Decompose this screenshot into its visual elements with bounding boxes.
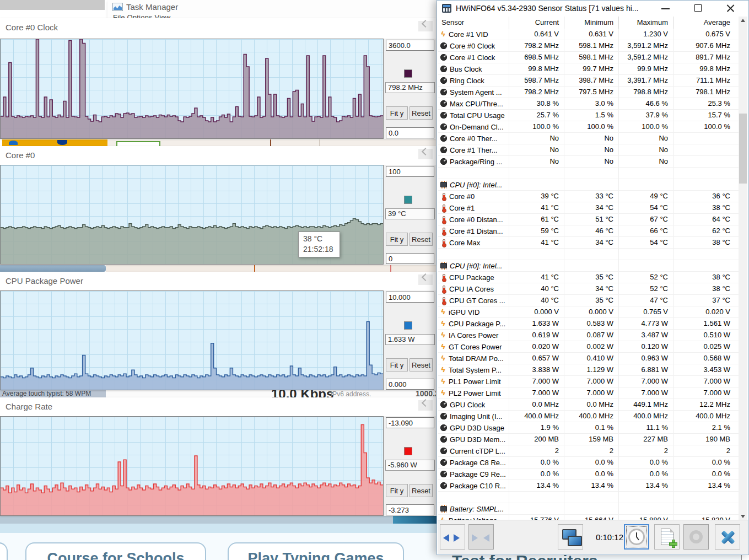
table-row[interactable]: iGPU VID0.000 V0.000 V0.765 V0.020 V	[438, 306, 739, 318]
table-row[interactable]: Core #039 °C33 °C49 °C36 °C	[438, 191, 739, 202]
table-row[interactable]: Package/Ring ...NoNoNo	[438, 156, 739, 168]
table-row[interactable]: Total CPU Usage25.7 %1.5 %37.9 %15.7 %	[438, 110, 739, 121]
plot-area[interactable]	[0, 39, 384, 139]
table-row[interactable]: CPU IA Cores40 °C34 °C52 °C38 °C	[438, 283, 739, 295]
close-button[interactable]	[722, 1, 740, 16]
table-row[interactable]: Core #1 Ther...NoNoNo	[438, 144, 739, 156]
play-typing-games-button[interactable]: Play Typing Games	[228, 542, 404, 560]
scale-min-input[interactable]	[386, 127, 434, 138]
fit-y-button[interactable]: Fit y	[386, 233, 408, 246]
reset-button[interactable]: Reset	[409, 106, 433, 120]
table-row[interactable]: On-Demand Cl...100.0 %100.0 %100.0 %100.…	[438, 121, 739, 133]
table-row[interactable]: Core #0 Clock798.2 MHz598.1 MHz3,591.2 M…	[438, 40, 739, 52]
table-row[interactable]: Core #1 Distan...59 °C46 °C66 °C62 °C	[438, 225, 739, 237]
remote-monitoring-button[interactable]	[558, 524, 583, 550]
close-icon[interactable]	[418, 149, 433, 159]
table-row[interactable]: Package C10 R...13.4 %13.4 %13.4 %13.4 %	[438, 480, 739, 492]
table-row[interactable]: IA Cores Power0.619 W0.087 W3.487 W0.510…	[438, 330, 739, 341]
table-row[interactable]: Core #0 Ther...NoNoNo	[438, 133, 739, 144]
plot-area[interactable]	[0, 416, 384, 516]
reset-button[interactable]: Reset	[409, 233, 433, 246]
table-row[interactable]: Ring Clock598.7 MHz398.7 MHz3,391.7 MHz7…	[438, 75, 739, 87]
table-row[interactable]: Core #141 °C34 °C54 °C38 °C	[438, 202, 739, 214]
scrollbar-thumb[interactable]	[739, 114, 747, 184]
report-button[interactable]	[654, 524, 680, 550]
sensor-section-row[interactable]: CPU [#0]: Intel...	[438, 260, 739, 272]
scroll-up-icon[interactable]	[741, 19, 745, 22]
sensor-value	[673, 260, 735, 271]
sensor-value: 62 °C	[673, 225, 735, 236]
series-color-swatch[interactable]	[404, 69, 412, 78]
scale-max-input[interactable]	[386, 40, 434, 51]
table-row[interactable]: Total DRAM Po...0.657 W0.410 W0.963 W0.5…	[438, 353, 739, 364]
scale-min-input[interactable]	[386, 504, 434, 515]
fit-y-button[interactable]: Fit y	[386, 358, 408, 371]
close-icon[interactable]	[418, 21, 433, 31]
table-row[interactable]: GPU D3D Usage1.9 %0.1 %11.1 %2.1 %	[438, 422, 739, 434]
table-row[interactable]: System Agent ...798.2 MHz797.5 MHz798.8 …	[438, 87, 739, 98]
scale-max-input[interactable]	[386, 417, 434, 428]
exit-button[interactable]	[715, 524, 740, 550]
column-header-sensor[interactable]: Sensor	[438, 17, 509, 29]
sensor-name-cell: PL2 Power Limit	[438, 387, 509, 399]
sensor-value: 37.9 %	[618, 110, 673, 121]
hwinfo-titlebar[interactable]: HWiNFO64 v5.34-2930 Sensor Status [71 va…	[437, 1, 748, 17]
sensor-value: 3.453 W	[673, 364, 735, 375]
table-row[interactable]: Core Max41 °C34 °C54 °C38 °C	[438, 237, 739, 249]
table-row[interactable]: GT Cores Power0.020 W0.002 W0.120 W0.025…	[438, 341, 739, 353]
sensor-value: 34 °C	[564, 283, 618, 294]
sensor-name-cell: GT Cores Power	[438, 341, 509, 352]
table-row[interactable]: Current cTDP L...2222	[438, 445, 739, 457]
table-row[interactable]: Core #1 VID0.641 V0.631 V1.230 V0.675 V	[438, 29, 739, 40]
table-row[interactable]: Total System P...3.838 W1.129 W6.881 W3.…	[438, 364, 739, 376]
sensor-name-cell	[438, 168, 509, 179]
sensor-section-row[interactable]: CPU [#0]: Intel...	[438, 179, 739, 191]
scroll-down-icon[interactable]	[741, 515, 745, 518]
plot-area[interactable]	[0, 290, 384, 390]
column-header-maximum[interactable]: Maximum	[618, 17, 673, 29]
scale-min-input[interactable]	[386, 379, 434, 390]
column-header-average[interactable]: Average	[673, 17, 735, 29]
series-color-swatch[interactable]	[404, 447, 412, 455]
reset-button[interactable]: Reset	[409, 358, 433, 371]
sensor-section-row[interactable]: Battery: SIMPL...	[438, 503, 739, 515]
table-row[interactable]: GPU D3D Mem...200 MB159 MB227 MB190 MB	[438, 434, 739, 445]
column-header-current[interactable]: Current	[509, 17, 564, 29]
scale-max-input[interactable]	[386, 292, 434, 303]
table-row[interactable]: CPU GT Cores ...40 °C35 °C47 °C37 °C	[438, 295, 739, 306]
table-row[interactable]: CPU Package41 °C35 °C52 °C38 °C	[438, 272, 739, 283]
table-row[interactable]: Bus Clock99.8 MHz99.7 MHz99.9 MHz99.8 MH…	[438, 63, 739, 75]
table-row[interactable]: Package C9 Re...0.0 %0.0 %0.0 %0.0 %	[438, 469, 739, 480]
maximize-button[interactable]	[690, 1, 708, 16]
table-row[interactable]: CPU Package P...1.633 W0.583 W4.773 W1.5…	[438, 318, 739, 330]
sensor-value: 61 °C	[509, 214, 564, 225]
column-header-minimum[interactable]: Minimum	[564, 17, 618, 29]
close-icon[interactable]	[418, 400, 433, 411]
table-row[interactable]: Package C8 Re...0.0 %0.0 %0.0 %0.0 %	[438, 457, 739, 469]
table-row[interactable]: Core #0 Distan...61 °C51 °C67 °C64 °C	[438, 214, 739, 225]
close-icon[interactable]	[418, 274, 433, 285]
clock-button[interactable]	[624, 524, 649, 550]
table-row[interactable]: PL1 Power Limit7.000 W7.000 W7.000 W7.00…	[438, 376, 739, 387]
sensor-value	[564, 492, 618, 503]
scale-max-input[interactable]	[386, 166, 434, 177]
table-row[interactable]: GPU Clock0.0 MHz0.0 MHz449.1 MHz12.2 MHz	[438, 399, 739, 411]
table-header[interactable]: Sensor Current Minimum Maximum Average	[438, 17, 739, 29]
minimize-button[interactable]	[657, 1, 675, 16]
sensor-value: 0.0 %	[618, 469, 673, 480]
table-row[interactable]: Imaging Unit (I...400.0 MHz400.0 MHz400.…	[438, 411, 739, 422]
table-row[interactable]: Core #1 Clock698.5 MHz598.1 MHz3,591.2 M…	[438, 52, 739, 63]
series-color-swatch[interactable]	[404, 321, 412, 330]
fit-y-button[interactable]: Fit y	[386, 484, 408, 497]
vertical-scrollbar[interactable]	[739, 17, 747, 520]
reset-button[interactable]: Reset	[409, 484, 433, 497]
sensor-value: 0.963 W	[618, 353, 673, 364]
course-for-schools-button[interactable]: Course for Schools	[25, 542, 206, 560]
series-color-swatch[interactable]	[404, 196, 412, 204]
table-row[interactable]: PL2 Power Limit7.000 W7.000 W7.000 W7.00…	[438, 387, 739, 399]
scale-min-input[interactable]	[386, 253, 434, 264]
navigate-arrows-button[interactable]	[440, 524, 465, 550]
fit-y-button[interactable]: Fit y	[386, 106, 408, 120]
task-manager-icon	[112, 3, 123, 11]
table-row[interactable]: Max CPU/Thre...30.8 %3.0 %46.6 %25.3 %	[438, 98, 739, 110]
